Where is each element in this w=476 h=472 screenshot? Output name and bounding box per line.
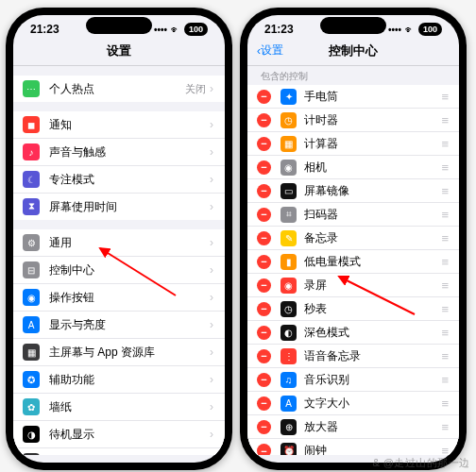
dark-mode-icon: ◐ (280, 325, 297, 341)
flashlight-icon: ✦ (280, 89, 297, 105)
control-row-music-recog[interactable]: ♫音乐识别≡ (247, 368, 459, 392)
control-row-reminders[interactable]: ✎备忘录≡ (247, 227, 459, 250)
row-label: 秒表 (304, 301, 441, 317)
drag-handle-icon[interactable]: ≡ (441, 208, 448, 222)
settings-row-siri[interactable]: ●Siri 与搜索› (13, 448, 225, 455)
drag-handle-icon[interactable]: ≡ (441, 326, 448, 340)
row-value: 关闭 (185, 82, 206, 96)
drag-handle-icon[interactable]: ≡ (441, 160, 448, 175)
drag-handle-icon[interactable]: ≡ (441, 420, 448, 434)
text-size-icon: A (280, 396, 297, 412)
settings-row-control-center[interactable]: ⊟控制中心› (13, 257, 225, 284)
drag-handle-icon[interactable]: ≡ (441, 396, 448, 411)
drag-handle-icon[interactable]: ≡ (441, 302, 448, 316)
settings-row-display[interactable]: A显示与亮度› (13, 312, 225, 339)
reminders-icon: ✎ (280, 230, 297, 246)
stopwatch-icon: ◷ (280, 301, 297, 317)
signal-icon: •••• (154, 25, 167, 35)
row-label: 录屏 (304, 278, 441, 294)
settings-row-home-screen[interactable]: ▦主屏幕与 App 资源库› (13, 339, 225, 366)
settings-row-notifications[interactable]: ◼通知› (13, 111, 225, 139)
phone-right: 21:23 •••• ᯤ 100 ‹ 设置 控制中心 包含的控制✦手电筒≡◷计时… (240, 8, 467, 470)
settings-row-sound[interactable]: ♪声音与触感› (13, 139, 225, 166)
row-label: 专注模式 (49, 172, 210, 188)
drag-handle-icon[interactable]: ≡ (441, 349, 448, 363)
control-row-voice-memos[interactable]: ⋮语音备忘录≡ (247, 345, 459, 368)
settings-row-hotspot[interactable]: ⋯个人热点关闭› (13, 76, 225, 102)
drag-handle-icon[interactable]: ≡ (441, 444, 448, 455)
action-button-icon: ◉ (23, 289, 40, 306)
remove-button[interactable] (257, 396, 271, 411)
remove-button[interactable] (257, 90, 271, 104)
remove-button[interactable] (257, 278, 271, 293)
control-row-camera[interactable]: ◉相机≡ (247, 156, 459, 179)
code-scanner-icon: ⌗ (280, 207, 297, 223)
control-row-timer[interactable]: ◷计时器≡ (247, 109, 459, 132)
settings-row-general[interactable]: ⚙通用› (13, 229, 225, 257)
remove-button[interactable] (257, 255, 271, 269)
row-label: 手电筒 (304, 89, 441, 105)
row-label: 音乐识别 (304, 372, 441, 388)
nav-back-button[interactable]: ‹ 设置 (257, 42, 283, 59)
control-row-calculator[interactable]: ▦计算器≡ (247, 132, 459, 156)
watermark: & @走过山的那一边 (372, 456, 470, 470)
remove-button[interactable] (257, 373, 271, 387)
chevron-right-icon: › (210, 118, 213, 131)
drag-handle-icon[interactable]: ≡ (441, 278, 448, 293)
settings-row-accessibility[interactable]: ✪辅助功能› (13, 366, 225, 394)
remove-button[interactable] (257, 326, 271, 340)
remove-button[interactable] (257, 113, 271, 127)
settings-list[interactable]: ⋯个人热点关闭›◼通知›♪声音与触感›☾专注模式›⧗屏幕使用时间›⚙通用›⊟控制… (13, 66, 225, 455)
settings-row-focus[interactable]: ☾专注模式› (13, 166, 225, 194)
control-row-stopwatch[interactable]: ◷秒表≡ (247, 297, 459, 321)
drag-handle-icon[interactable]: ≡ (441, 90, 448, 104)
remove-button[interactable] (257, 444, 271, 455)
status-time: 21:23 (30, 23, 60, 36)
standby-icon: ◑ (23, 426, 40, 443)
remove-button[interactable] (257, 231, 271, 245)
settings-row-wallpaper[interactable]: ✿墙纸› (13, 394, 225, 421)
remove-button[interactable] (257, 349, 271, 363)
row-label: 扫码器 (304, 207, 441, 223)
control-row-alarm[interactable]: ⏰闹钟≡ (247, 439, 459, 455)
drag-handle-icon[interactable]: ≡ (441, 373, 448, 387)
row-label: 闹钟 (304, 443, 441, 455)
chevron-right-icon: › (210, 318, 213, 331)
row-label: Siri 与搜索 (49, 454, 210, 456)
sound-icon: ♪ (23, 143, 40, 160)
drag-handle-icon[interactable]: ≡ (441, 137, 448, 151)
control-center-list[interactable]: 包含的控制✦手电筒≡◷计时器≡▦计算器≡◉相机≡▭屏幕镜像≡⌗扫码器≡✎备忘录≡… (247, 66, 459, 455)
row-label: 通知 (49, 117, 210, 133)
chevron-right-icon: › (210, 291, 213, 304)
remove-button[interactable] (257, 420, 271, 434)
settings-row-standby[interactable]: ◑待机显示› (13, 421, 225, 448)
drag-handle-icon[interactable]: ≡ (441, 113, 448, 127)
focus-icon: ☾ (23, 171, 40, 188)
screentime-icon: ⧗ (23, 198, 40, 215)
control-row-code-scanner[interactable]: ⌗扫码器≡ (247, 203, 459, 227)
row-label: 文字大小 (304, 396, 441, 412)
control-row-flashlight[interactable]: ✦手电筒≡ (247, 85, 459, 109)
control-row-text-size[interactable]: A文字大小≡ (247, 392, 459, 415)
drag-handle-icon[interactable]: ≡ (441, 231, 448, 245)
control-row-magnifier[interactable]: ⊕放大器≡ (247, 415, 459, 439)
control-row-screen-record[interactable]: ◉录屏≡ (247, 274, 459, 297)
timer-icon: ◷ (280, 112, 297, 128)
control-row-dark-mode[interactable]: ◐深色模式≡ (247, 321, 459, 345)
row-label: 主屏幕与 App 资源库 (49, 345, 210, 361)
remove-button[interactable] (257, 208, 271, 222)
control-row-screen-mirror[interactable]: ▭屏幕镜像≡ (247, 179, 459, 203)
control-row-low-power[interactable]: ▮低电量模式≡ (247, 250, 459, 274)
drag-handle-icon[interactable]: ≡ (441, 184, 448, 198)
row-label: 计算器 (304, 136, 441, 152)
chevron-right-icon: › (210, 346, 213, 359)
row-label: 显示与亮度 (49, 317, 210, 333)
row-label: 屏幕镜像 (304, 183, 441, 199)
remove-button[interactable] (257, 302, 271, 316)
remove-button[interactable] (257, 184, 271, 198)
settings-row-screentime[interactable]: ⧗屏幕使用时间› (13, 194, 225, 220)
remove-button[interactable] (257, 160, 271, 175)
settings-row-action-button[interactable]: ◉操作按钮› (13, 284, 225, 312)
drag-handle-icon[interactable]: ≡ (441, 255, 448, 269)
remove-button[interactable] (257, 137, 271, 151)
